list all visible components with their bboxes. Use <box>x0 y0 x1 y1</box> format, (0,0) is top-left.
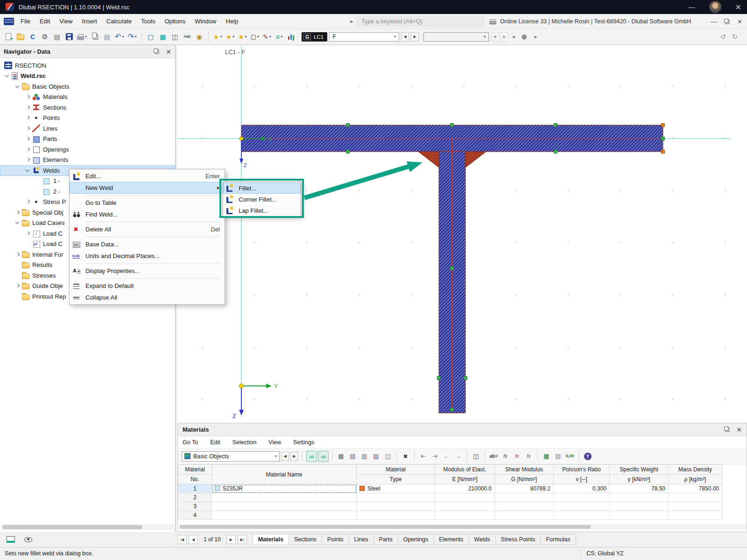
menu-calculate[interactable]: Calculate <box>102 14 136 29</box>
material-type-cell[interactable]: Steel <box>357 484 435 493</box>
last-table-button[interactable]: ▶| <box>238 535 247 544</box>
material-no-cell[interactable]: 3 <box>178 502 212 511</box>
expander-closed-icon[interactable] <box>14 209 21 216</box>
poisson-ratio-cell[interactable]: 0.300 <box>554 484 610 493</box>
expander-closed-icon[interactable] <box>24 104 32 111</box>
sync-tables-icon[interactable]: ∞ <box>306 451 317 462</box>
close-document-icon[interactable]: ✕ <box>737 18 742 25</box>
view-script-icon[interactable]: >sc <box>182 31 193 43</box>
previous-table-group-button[interactable]: ◀ <box>281 452 289 461</box>
tab-welds[interactable]: Welds <box>469 534 496 545</box>
context-menu-item-expand-to-default[interactable]: Expand to Default <box>70 280 225 292</box>
new-object-icon[interactable]: ★▾ <box>212 31 224 43</box>
minimize-document-icon[interactable]: — <box>711 18 717 25</box>
expander-closed-icon[interactable] <box>14 251 21 258</box>
next-table-button[interactable]: ▶ <box>226 535 236 544</box>
material-type-cell[interactable] <box>357 493 435 502</box>
table-horizontal-scrollbar[interactable] <box>179 524 746 530</box>
corner-handle[interactable] <box>662 150 665 154</box>
handle[interactable] <box>346 150 350 154</box>
expander-closed-icon[interactable] <box>24 156 32 163</box>
format-brush-icon[interactable]: ✎▾ <box>261 31 273 43</box>
secondary-combo[interactable]: ▾ <box>423 32 489 42</box>
excel-export-icon[interactable]: ▦ <box>541 451 552 462</box>
context-menu-item-new-weld[interactable]: New Weld▶ <box>70 182 225 194</box>
visibility-icon[interactable]: ≡▾ <box>274 31 285 43</box>
specific-weight-cell[interactable] <box>610 511 669 520</box>
first-table-button[interactable]: |◀ <box>177 535 187 544</box>
rename-icon[interactable]: ab= <box>488 451 499 462</box>
context-menu-item-find-weld[interactable]: Find Weld... <box>70 209 225 220</box>
copy-to-end-icon[interactable]: ⇥ <box>430 451 440 462</box>
modulus-cell[interactable] <box>435 493 495 502</box>
view-wireframe-icon[interactable]: ▢ <box>145 31 156 43</box>
material-row-2[interactable]: 2 <box>178 493 722 502</box>
mass-density-cell[interactable] <box>669 502 722 511</box>
expander-closed-icon[interactable] <box>24 135 32 142</box>
expander-open-icon[interactable] <box>24 167 32 174</box>
handle[interactable] <box>346 124 350 127</box>
export-rows-icon[interactable]: → <box>453 451 464 462</box>
table-insert-icon[interactable]: ▥ <box>359 451 370 462</box>
redo-icon[interactable]: ↷▾ <box>126 31 138 43</box>
decimals-icon[interactable]: 0,00 <box>564 451 575 462</box>
close-table-panel-icon[interactable]: ✕ <box>736 427 742 433</box>
sync-selection-icon[interactable]: ∞ <box>318 451 329 462</box>
context-menu-item-go-to-table[interactable]: Go to Table <box>70 197 225 209</box>
specific-weight-cell[interactable]: 78.50 <box>610 484 669 493</box>
context-menu-item-display-properties[interactable]: Display Properties... <box>70 265 225 277</box>
new-model-icon[interactable] <box>3 31 14 43</box>
table-print-icon[interactable]: ▤ <box>347 451 358 462</box>
scrollbar-thumb[interactable] <box>2 525 142 529</box>
mass-density-cell[interactable] <box>669 493 722 502</box>
material-name-cell[interactable] <box>212 502 357 511</box>
handle[interactable] <box>451 124 454 127</box>
material-no-cell[interactable]: 2 <box>178 493 212 502</box>
menu-tools[interactable]: Tools <box>136 14 160 29</box>
print-preview-icon[interactable]: ▤ <box>51 31 63 43</box>
table-fill-icon[interactable]: ▨ <box>371 451 381 462</box>
left-fillet-weld[interactable] <box>418 152 439 168</box>
next-table-group-button[interactable]: ▶ <box>290 452 298 461</box>
material-name-cell[interactable] <box>212 511 357 520</box>
tab-parts[interactable]: Parts <box>374 534 398 545</box>
toolbar-overflow-2-icon[interactable]: » <box>534 34 536 40</box>
new-load-icon[interactable]: ★▾ <box>224 31 236 43</box>
menu-view[interactable]: View <box>55 14 77 29</box>
search-input[interactable] <box>356 16 484 27</box>
context-menu-item-base-data[interactable]: Base Data... <box>70 238 225 250</box>
column-header-mass-density[interactable]: Mass Density <box>669 465 722 475</box>
poisson-ratio-cell[interactable] <box>554 502 610 511</box>
tree-item-rsection[interactable]: RSECTION <box>0 60 175 71</box>
material-no-cell[interactable]: 1 <box>178 484 212 493</box>
view-pages-icon[interactable]: ◫ <box>169 31 181 43</box>
previous-load-case-button[interactable]: ◀ <box>401 32 409 42</box>
undo-icon[interactable]: ↶▾ <box>113 31 125 43</box>
close-window-icon[interactable]: ✕ <box>735 3 741 12</box>
table-filter-combo[interactable]: Basic Objects ▾ <box>182 451 280 462</box>
display-visibility-icon[interactable] <box>24 537 32 542</box>
tab-materials[interactable]: Materials <box>253 534 289 545</box>
formula-remove-icon[interactable]: fx <box>512 451 522 462</box>
tree-item-weld-rsc[interactable]: Weld.rsc <box>0 71 175 82</box>
copy-icon[interactable] <box>89 31 100 43</box>
column-header-shear-modulus[interactable]: Shear Modulus <box>495 465 554 475</box>
menu-edit[interactable]: Edit <box>35 14 55 29</box>
tree-item-elements[interactable]: Elements <box>0 155 175 166</box>
tree-item-openings[interactable]: Openings <box>0 144 175 155</box>
expander-open-icon[interactable] <box>14 83 21 90</box>
help-icon[interactable]: ? <box>582 451 593 462</box>
connect-icon[interactable]: C <box>27 31 38 43</box>
poisson-ratio-cell[interactable] <box>554 511 610 520</box>
column-header-material[interactable]: Material <box>178 465 212 475</box>
navigator-horizontal-scrollbar[interactable] <box>1 524 174 530</box>
menu-options[interactable]: Options <box>160 14 190 29</box>
restore-document-icon[interactable] <box>724 19 728 23</box>
column-header-specific-weight[interactable]: Specific Weight <box>610 465 669 475</box>
column-header-poisson-s-ratio[interactable]: Poisson's Ratio <box>554 465 610 475</box>
menu-help[interactable]: Help <box>221 14 243 29</box>
column-header-modulus-of-elast[interactable]: Modulus of Elast. <box>435 465 495 475</box>
specific-weight-cell[interactable] <box>610 502 669 511</box>
table-menu-settings[interactable]: Settings <box>293 439 314 446</box>
table-menu-view[interactable]: View <box>268 439 281 446</box>
